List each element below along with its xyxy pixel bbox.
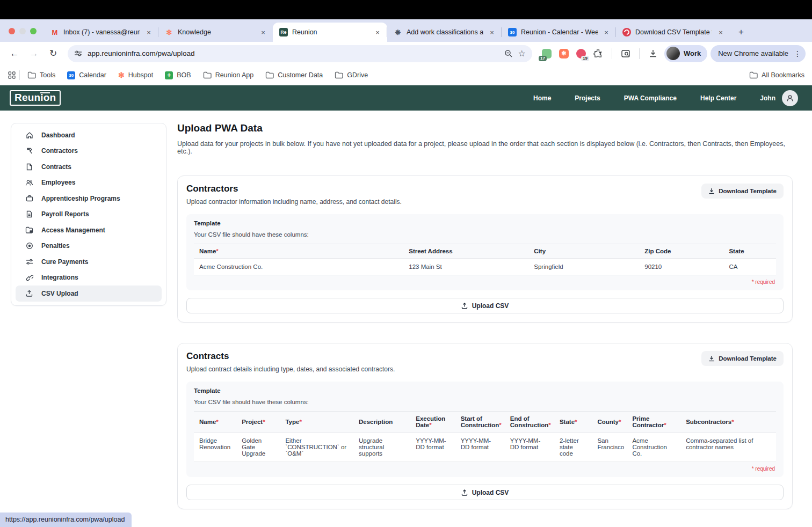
forward-button[interactable]: →	[26, 46, 42, 62]
sidebar-item-employees[interactable]: Employees	[16, 175, 162, 191]
zoom-window-button[interactable]	[30, 28, 37, 34]
sidebar-item-access-management[interactable]: Access Management	[16, 222, 162, 238]
apps-grid-icon[interactable]	[8, 71, 16, 79]
sidebar-item-csv-upload[interactable]: CSV Upload	[16, 286, 162, 302]
browser-menu-icon[interactable]: ⋮	[794, 49, 801, 58]
nav-pwa-compliance[interactable]: PWA Compliance	[624, 94, 677, 102]
contractors-download-template-button[interactable]: Download Template	[701, 184, 784, 199]
bookmark-hubspot[interactable]: ✻ Hubspot	[118, 71, 153, 79]
back-button[interactable]: ←	[6, 46, 23, 62]
required-note: * required	[195, 466, 775, 472]
bookmark-label: BOB	[177, 71, 191, 79]
link-icon	[25, 274, 33, 281]
reunion-favicon: Re	[279, 28, 288, 36]
tab-list: M Inbox (7) - vanessa@reunio × ✻ Knowled…	[44, 19, 812, 42]
bookmark-label: Reunion App	[215, 71, 254, 79]
contracts-upload-csv-button[interactable]: Upload CSV	[186, 485, 784, 500]
app-nav: Home Projects PWA Compliance Help Center…	[533, 90, 798, 106]
extension-red-icon[interactable]: 19	[575, 48, 587, 60]
zoom-icon[interactable]	[504, 49, 513, 58]
all-bookmarks-button[interactable]: All Bookmarks	[749, 71, 804, 79]
bookmark-folder-reunion-app[interactable]: Reunion App	[203, 71, 254, 79]
template-hint: Your CSV file should have these columns:	[194, 399, 776, 405]
downloads-icon[interactable]	[645, 46, 661, 62]
column-header: Street Address	[403, 244, 528, 259]
new-tab-button[interactable]: +	[734, 25, 749, 40]
sidebar: Dashboard Contractors Contracts Employee…	[11, 123, 166, 306]
sidebar-item-payroll-reports[interactable]: Payroll Reports	[16, 207, 162, 223]
close-icon[interactable]: ×	[602, 28, 611, 36]
sidebar-item-contractors[interactable]: Contractors	[16, 143, 162, 159]
target-icon	[25, 242, 33, 250]
bookmark-star-icon[interactable]: ☆	[518, 48, 526, 58]
close-icon[interactable]: ×	[373, 28, 382, 36]
minimize-window-button[interactable]	[19, 28, 26, 34]
bookmark-folder-customer-data[interactable]: Customer Data	[265, 71, 323, 79]
sidebar-item-apprenticeship-programs[interactable]: Apprenticeship Programs	[16, 191, 162, 207]
page-content: Dashboard Contractors Contracts Employee…	[0, 111, 812, 527]
avatar[interactable]	[782, 90, 798, 106]
bookmark-bob[interactable]: + BOB	[165, 71, 191, 79]
contracts-template-table: Name* Project* Type* Description Executi…	[194, 411, 776, 462]
hammer-icon	[25, 147, 33, 155]
contractors-card: Contractors Upload contractor informatio…	[177, 175, 793, 323]
template-label: Template	[194, 387, 776, 394]
nav-help-center[interactable]: Help Center	[700, 94, 736, 102]
sidebar-item-cure-payments[interactable]: Cure Payments	[16, 254, 162, 270]
contractors-title: Contractors	[186, 184, 402, 194]
close-icon[interactable]: ×	[488, 28, 496, 36]
bookmark-folder-tools[interactable]: Tools	[27, 71, 55, 79]
bookmark-folder-gdrive[interactable]: GDrive	[335, 71, 368, 79]
hubspot-extension-icon[interactable]: ✻	[558, 48, 570, 60]
briefcase-icon	[25, 195, 33, 202]
column-header: Execution Date*	[410, 412, 455, 433]
nav-home[interactable]: Home	[533, 94, 551, 102]
tab-gmail-inbox[interactable]: M Inbox (7) - vanessa@reunio ×	[44, 23, 158, 42]
tab-download-csv[interactable]: Download CSV Template fo ×	[616, 23, 730, 42]
bookmark-calendar[interactable]: 30 Calendar	[67, 71, 106, 79]
close-icon[interactable]: ×	[716, 28, 725, 36]
tab-title: Inbox (7) - vanessa@reunio	[63, 28, 140, 36]
url-text[interactable]: app.reunioninfra.com/pwa/upload	[88, 49, 499, 57]
tab-calendar[interactable]: 30 Reunion - Calendar - Week ×	[502, 23, 616, 42]
main-panel: Upload PWA Data Upload data for your pro…	[177, 111, 793, 527]
site-settings-icon[interactable]	[74, 49, 82, 57]
profile-chip[interactable]: Work	[664, 45, 707, 62]
reunion-logo[interactable]: Reunion	[10, 90, 61, 106]
sidebar-item-dashboard[interactable]: Dashboard	[16, 127, 162, 143]
contractors-subtitle: Upload contractor information including …	[186, 198, 402, 206]
column-header: Project*	[236, 412, 280, 433]
contractors-upload-csv-button[interactable]: Upload CSV	[186, 298, 784, 313]
template-label: Template	[194, 220, 776, 226]
tab-chatgpt[interactable]: ❋ Add work classifications ar ×	[387, 23, 502, 42]
chrome-update-button[interactable]: New Chrome available ⋮	[711, 45, 806, 62]
user-menu[interactable]: John	[760, 90, 798, 106]
extension-green-icon[interactable]: 17	[541, 48, 553, 60]
address-bar[interactable]: app.reunioninfra.com/pwa/upload ☆	[68, 45, 532, 62]
sidebar-item-penalties[interactable]: Penalties	[16, 238, 162, 254]
close-window-button[interactable]	[9, 28, 15, 34]
refresh-button[interactable]: ↻	[45, 46, 61, 62]
template-hint: Your CSV file should have these columns:	[194, 231, 776, 238]
close-icon[interactable]: ×	[259, 28, 267, 36]
close-icon[interactable]: ×	[144, 28, 153, 36]
tab-knowledge[interactable]: ✻ Knowledge ×	[158, 23, 273, 42]
sidebar-item-contracts[interactable]: Contracts	[16, 159, 162, 175]
tab-title: Reunion	[292, 28, 369, 36]
column-header: Type*	[280, 412, 353, 433]
sidebar-item-label: Penalties	[41, 242, 70, 250]
column-header: Zip Code	[639, 244, 723, 259]
sidebar-item-integrations[interactable]: Integrations	[16, 270, 162, 286]
profile-avatar	[666, 47, 680, 60]
all-bookmarks-label: All Bookmarks	[762, 71, 804, 79]
column-header: Description	[353, 412, 410, 433]
status-url-bubble: https://app.reunioninfra.com/pwa/upload	[0, 513, 132, 527]
contractors-template-box: Template Your CSV file should have these…	[186, 214, 784, 290]
table-cell: Golden Gate Upgrade	[236, 433, 280, 462]
extensions-puzzle-icon[interactable]	[592, 48, 604, 60]
side-panel-search-icon[interactable]	[618, 46, 634, 62]
contracts-download-template-button[interactable]: Download Template	[701, 351, 784, 366]
nav-projects[interactable]: Projects	[575, 94, 600, 102]
bookmark-label: GDrive	[347, 71, 368, 79]
tab-reunion-active[interactable]: Re Reunion ×	[273, 23, 387, 42]
